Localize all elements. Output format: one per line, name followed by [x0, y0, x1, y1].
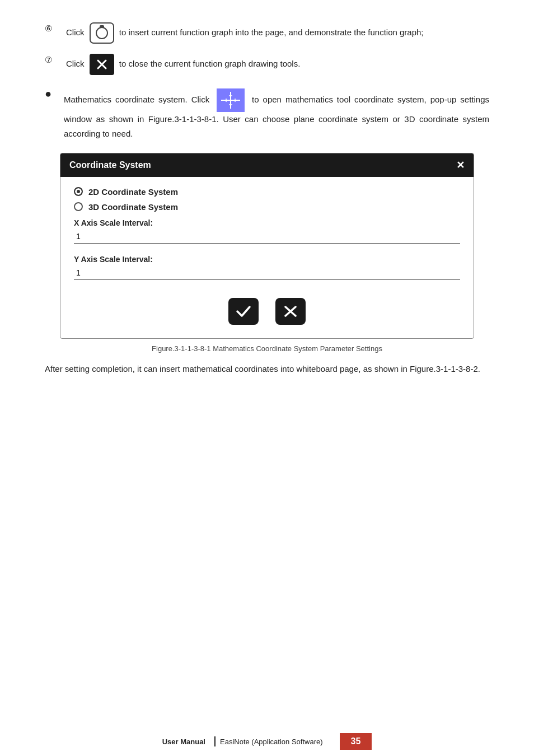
dialog-close-button[interactable]: ✕	[456, 159, 465, 171]
step-7-text: Click to close the current function grap…	[66, 54, 300, 75]
bullet-text: Mathematics coordinate system. Click to …	[64, 88, 489, 142]
close-drawing-icon	[90, 54, 114, 75]
after-text: After setting completion, it can insert …	[45, 362, 489, 376]
step-7: ⑦ Click to close the current function gr…	[45, 54, 489, 75]
insert-graph-icon	[90, 22, 114, 44]
label-2d: 2D Coordinate System	[88, 187, 178, 197]
step-6: ⑥ Click to insert current function graph…	[45, 22, 489, 44]
step-7-number: ⑦	[45, 55, 62, 65]
x-axis-label: X Axis Scale Interval:	[74, 218, 460, 227]
page-content: ⑥ Click to insert current function graph…	[0, 0, 534, 427]
step-6-text: Click to insert current function graph i…	[66, 22, 424, 44]
cancel-button[interactable]	[275, 298, 306, 325]
math-tool-icon	[217, 88, 245, 112]
step-7-after: to close the current function graph draw…	[119, 59, 301, 68]
step-7-before: Click	[66, 59, 85, 68]
y-axis-input[interactable]	[74, 266, 460, 280]
dialog-header: Coordinate System ✕	[60, 153, 474, 177]
x-axis-input[interactable]	[74, 230, 460, 244]
label-3d: 3D Coordinate System	[88, 202, 178, 212]
option-3d[interactable]: 3D Coordinate System	[74, 202, 460, 212]
dialog-body: 2D Coordinate System 3D Coordinate Syste…	[60, 177, 474, 338]
coordinate-system-dialog: Coordinate System ✕ 2D Coordinate System…	[60, 153, 474, 339]
radio-3d[interactable]	[74, 202, 83, 211]
option-2d[interactable]: 2D Coordinate System	[74, 187, 460, 197]
footer-sub: EasiNote (Application Software)	[220, 738, 323, 746]
page-footer: User Manual EasiNote (Application Softwa…	[0, 727, 534, 756]
step-6-before: Click	[66, 27, 85, 37]
y-axis-label: Y Axis Scale Interval:	[74, 255, 460, 264]
footer-label: User Manual	[162, 738, 205, 746]
step-6-number: ⑥	[45, 24, 62, 34]
bullet-dot: ●	[45, 87, 60, 100]
step-6-after: to insert current function graph into th…	[119, 27, 424, 37]
bullet-math-coord: ● Mathematics coordinate system. Click	[45, 88, 489, 142]
radio-2d[interactable]	[74, 187, 83, 196]
figure-caption: Figure.3-1-1-3-8-1 Mathematics Coordinat…	[45, 344, 489, 353]
footer-separator	[214, 736, 216, 746]
dialog-title: Coordinate System	[69, 160, 151, 170]
dialog-buttons	[74, 298, 460, 325]
confirm-button[interactable]	[228, 298, 259, 325]
footer-page-number: 35	[340, 733, 372, 750]
bullet-before: Mathematics coordinate system. Click	[64, 95, 209, 104]
